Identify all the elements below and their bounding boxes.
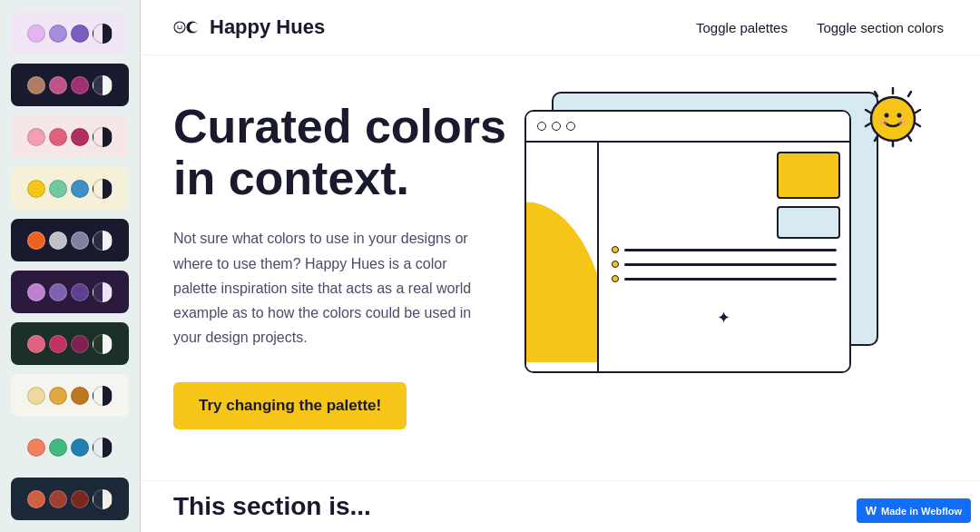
svg-point-2	[181, 25, 182, 27]
svg-line-12	[866, 123, 870, 126]
browser-dot-3	[566, 122, 575, 131]
webflow-badge[interactable]: W Made in Webflow	[857, 498, 971, 523]
browser-list-row-1	[612, 246, 837, 253]
logo-icon	[173, 15, 199, 40]
browser-dot-1	[537, 122, 546, 131]
svg-line-7	[916, 110, 920, 113]
bottom-section: This section is...	[141, 480, 980, 532]
logo-area: Happy Hues	[173, 15, 325, 40]
browser-topbar	[526, 112, 849, 143]
browser-dot-2	[552, 122, 561, 131]
webflow-w-icon: W	[866, 504, 877, 517]
browser-curve	[526, 143, 597, 362]
svg-line-8	[916, 123, 920, 126]
browser-main: ✦	[599, 143, 849, 371]
app-title: Happy Hues	[210, 15, 325, 39]
palette-item-8[interactable]	[11, 374, 129, 417]
hero-title: Curated colors in context.	[173, 101, 506, 204]
header: Happy Hues Toggle palettes Toggle sectio…	[141, 0, 980, 55]
palette-item-4[interactable]	[11, 167, 129, 210]
hero-section: Curated colors in context. Not sure what…	[141, 55, 980, 480]
svg-line-6	[908, 92, 911, 96]
svg-point-1	[177, 25, 179, 27]
browser-list-line-3	[624, 278, 837, 281]
hero-description: Not sure what colors to use in your desi…	[173, 226, 482, 350]
browser-sidebar	[526, 143, 599, 371]
browser-list	[608, 246, 840, 282]
happy-hues-logo-svg	[173, 15, 199, 40]
browser-gray-card	[777, 206, 840, 239]
browser-window-front: ✦	[524, 110, 851, 373]
svg-point-18	[880, 118, 887, 125]
svg-line-14	[875, 92, 877, 96]
palette-item-10[interactable]	[11, 478, 129, 520]
svg-point-17	[897, 113, 902, 118]
browser-body: ✦	[526, 143, 849, 371]
toggle-palettes-link[interactable]: Toggle palettes	[696, 20, 788, 35]
palette-item-9[interactable]	[11, 426, 129, 468]
palette-item-6[interactable]	[11, 271, 129, 313]
browser-list-line-2	[624, 263, 837, 266]
browser-list-dot-3	[612, 275, 619, 282]
browser-list-row-3	[612, 275, 837, 282]
svg-line-9	[908, 136, 911, 141]
browser-yellow-card	[777, 152, 840, 199]
sun-character	[858, 84, 927, 153]
browser-list-row-2	[612, 261, 837, 268]
palette-item-1[interactable]	[11, 12, 129, 54]
svg-line-13	[866, 110, 870, 113]
hero-text: Curated colors in context. Not sure what…	[173, 101, 506, 429]
browser-list-dot-2	[612, 261, 619, 268]
palette-item-5[interactable]	[11, 219, 129, 261]
browser-list-line-1	[624, 249, 837, 251]
hero-illustration: ✦	[506, 83, 944, 409]
bottom-title: This section is...	[173, 492, 371, 520]
svg-point-4	[190, 23, 199, 32]
svg-point-19	[898, 118, 906, 125]
cta-button[interactable]: Try changing the palette!	[173, 382, 407, 429]
svg-line-11	[875, 136, 877, 141]
toggle-section-colors-link[interactable]: Toggle section colors	[817, 20, 944, 35]
palette-item-3[interactable]	[11, 115, 129, 158]
main-content: Happy Hues Toggle palettes Toggle sectio…	[141, 0, 980, 532]
svg-point-16	[885, 113, 889, 118]
palette-item-2[interactable]	[11, 64, 129, 106]
header-nav: Toggle palettes Toggle section colors	[696, 20, 944, 35]
palette-item-7[interactable]	[11, 322, 129, 365]
svg-point-0	[174, 22, 185, 33]
palette-sidebar	[0, 0, 141, 532]
browser-list-dot-1	[612, 246, 619, 253]
svg-point-15	[871, 97, 915, 141]
crosshair-icon: ✦	[608, 308, 840, 328]
